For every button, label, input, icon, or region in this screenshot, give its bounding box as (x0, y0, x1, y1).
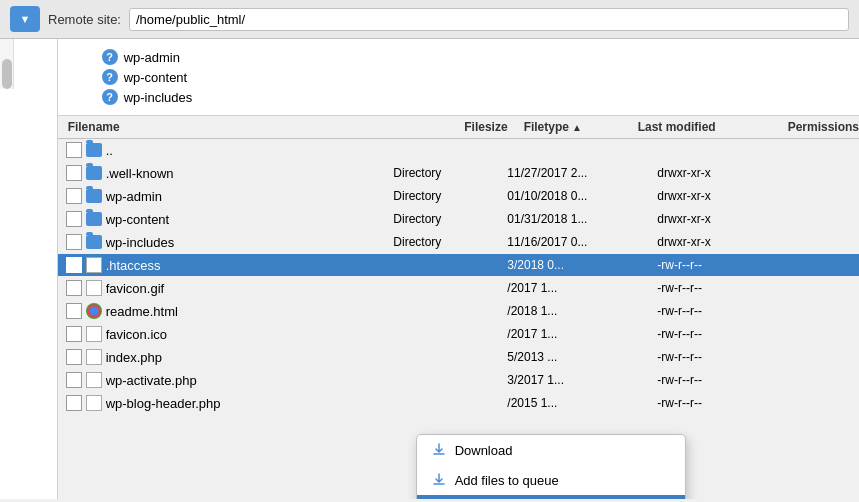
file-perms: -rw-r--r-- (657, 373, 859, 387)
file-name: .well-known (106, 166, 308, 181)
file-perms: drwxr-xr-x (657, 189, 859, 203)
file-type: Directory (387, 235, 507, 249)
file-name: .htaccess (106, 258, 308, 273)
file-name: wp-content (106, 212, 308, 227)
tree-item-label: wp-admin (124, 50, 180, 65)
folder-icon (86, 143, 102, 157)
file-checkbox[interactable] (66, 395, 82, 411)
question-icon: ? (102, 89, 118, 105)
file-checkbox[interactable] (66, 188, 82, 204)
file-icon (86, 257, 102, 273)
col-filename-header[interactable]: Filename (58, 120, 438, 134)
col-filesize-header[interactable]: Filesize (438, 120, 518, 134)
file-type: Directory (387, 212, 507, 226)
ctx-add-files[interactable]: Add files to queue (417, 465, 685, 495)
col-lastmod-header[interactable]: Last modified (638, 120, 788, 134)
tree-item-wp-admin[interactable]: ? wp-admin (98, 47, 859, 67)
table-row[interactable]: index.php 5/2013 ... -rw-r--r-- (58, 346, 859, 369)
file-perms: drwxr-xr-x (657, 235, 859, 249)
tree-item-label: wp-content (124, 70, 188, 85)
file-name: index.php (106, 350, 308, 365)
file-checkbox[interactable] (66, 211, 82, 227)
table-row[interactable]: .well-known Directory 11/27/2017 2... dr… (58, 162, 859, 185)
file-date: 5/2013 ... (507, 350, 657, 364)
file-date: 3/2018 0... (507, 258, 657, 272)
tree-section: ? wp-admin ? wp-content ? wp-includes (58, 39, 859, 116)
ctx-add-files-label: Add files to queue (455, 473, 559, 488)
file-perms: -rw-r--r-- (657, 281, 859, 295)
ctx-download-label: Download (455, 443, 513, 458)
col-perms-header[interactable]: Permissions (788, 120, 859, 134)
file-table: Filename Filesize Filetype ▲ Last modifi… (58, 116, 859, 499)
tree-item-label: wp-includes (124, 90, 193, 105)
file-icon (86, 303, 102, 319)
file-type: Directory (387, 189, 507, 203)
file-date: /2015 1... (507, 396, 657, 410)
ctx-view-edit[interactable]: View/Edit (417, 495, 685, 499)
table-row[interactable]: favicon.ico /2017 1... -rw-r--r-- (58, 323, 859, 346)
file-perms: drwxr-xr-x (657, 212, 859, 226)
table-row[interactable]: wp-admin Directory 01/10/2018 0... drwxr… (58, 185, 859, 208)
table-row[interactable]: wp-includes Directory 11/16/2017 0... dr… (58, 231, 859, 254)
file-perms: -rw-r--r-- (657, 258, 859, 272)
tree-item-wp-content[interactable]: ? wp-content (98, 67, 859, 87)
question-icon: ? (102, 69, 118, 85)
file-checkbox[interactable] (66, 326, 82, 342)
main-content: ? wp-admin ? wp-content ? wp-includes Fi… (0, 39, 859, 499)
scrollbar-thumb[interactable] (2, 59, 12, 89)
remote-path-input[interactable] (129, 8, 849, 31)
file-checkbox[interactable] (66, 165, 82, 181)
folder-icon (86, 189, 102, 203)
file-icon (86, 372, 102, 388)
file-name: wp-includes (106, 235, 308, 250)
download-icon (431, 442, 447, 458)
file-checkbox[interactable] (66, 257, 82, 273)
top-bar: ▼ Remote site: (0, 0, 859, 39)
file-date: 11/27/2017 2... (507, 166, 657, 180)
file-icon (86, 326, 102, 342)
file-name: .. (106, 143, 308, 158)
table-row[interactable]: .. (58, 139, 859, 162)
file-list-header: Filename Filesize Filetype ▲ Last modifi… (58, 116, 859, 139)
folder-icon (86, 212, 102, 226)
file-date: 01/10/2018 0... (507, 189, 657, 203)
file-date: 01/31/2018 1... (507, 212, 657, 226)
file-name: wp-blog-header.php (106, 396, 308, 411)
file-date: 11/16/2017 0... (507, 235, 657, 249)
file-perms: drwxr-xr-x (657, 166, 859, 180)
tree-item-wp-includes[interactable]: ? wp-includes (98, 87, 859, 107)
ctx-download[interactable]: Download (417, 435, 685, 465)
file-perms: -rw-r--r-- (657, 304, 859, 318)
scrollbar-track[interactable] (0, 39, 14, 89)
table-row[interactable]: wp-content Directory 01/31/2018 1... drw… (58, 208, 859, 231)
file-date: 3/2017 1... (507, 373, 657, 387)
file-icon (86, 395, 102, 411)
file-checkbox[interactable] (66, 372, 82, 388)
tree-items: ? wp-admin ? wp-content ? wp-includes (58, 45, 859, 109)
file-date: /2017 1... (507, 281, 657, 295)
file-name: favicon.gif (106, 281, 308, 296)
dropdown-button[interactable]: ▼ (10, 6, 40, 32)
folder-icon (86, 235, 102, 249)
file-date: /2017 1... (507, 327, 657, 341)
file-name: wp-admin (106, 189, 308, 204)
file-checkbox[interactable] (66, 349, 82, 365)
table-row[interactable]: wp-blog-header.php /2015 1... -rw-r--r-- (58, 392, 859, 415)
file-checkbox[interactable] (66, 280, 82, 296)
file-checkbox[interactable] (66, 234, 82, 250)
sort-arrow-icon: ▲ (572, 122, 582, 133)
file-name: readme.html (106, 304, 308, 319)
table-row[interactable]: readme.html /2018 1... -rw-r--r-- (58, 300, 859, 323)
file-checkbox[interactable] (66, 303, 82, 319)
right-panel: ? wp-admin ? wp-content ? wp-includes Fi… (58, 39, 859, 499)
table-row-htaccess[interactable]: .htaccess 3/2018 0... -rw-r--r-- (58, 254, 859, 277)
file-perms: -rw-r--r-- (657, 327, 859, 341)
question-icon: ? (102, 49, 118, 65)
col-filetype-header[interactable]: Filetype ▲ (518, 120, 638, 134)
file-name: favicon.ico (106, 327, 308, 342)
file-perms: -rw-r--r-- (657, 396, 859, 410)
file-checkbox[interactable] (66, 142, 82, 158)
table-row[interactable]: favicon.gif /2017 1... -rw-r--r-- (58, 277, 859, 300)
table-row[interactable]: wp-activate.php 3/2017 1... -rw-r--r-- (58, 369, 859, 392)
folder-icon (86, 166, 102, 180)
